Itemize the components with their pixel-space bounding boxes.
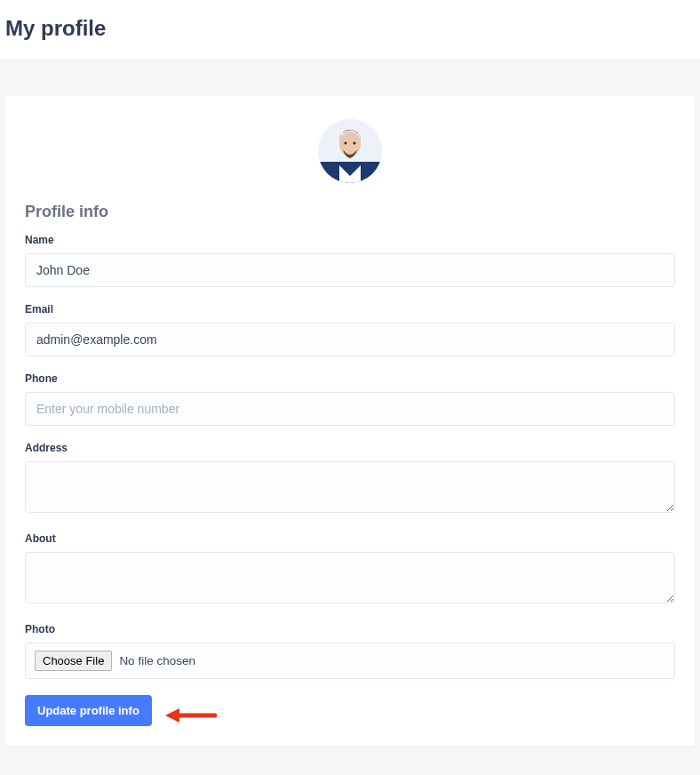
svg-point-4 [344,141,346,144]
field-name: Name [25,234,675,287]
page-title: My profile [5,16,695,41]
svg-point-5 [353,141,355,144]
header-spacer [0,59,700,96]
update-profile-button[interactable]: Update profile info [25,695,152,726]
profile-card: Profile info Name Email Phone Address Ab… [5,96,695,746]
input-email[interactable] [25,323,675,356]
field-phone: Phone [25,372,675,426]
field-photo: Photo Choose File No file chosen [25,623,675,679]
input-address[interactable] [25,461,675,513]
field-about: About [25,532,675,607]
label-email: Email [25,303,675,316]
label-about: About [25,532,675,545]
input-about[interactable] [25,552,675,603]
label-address: Address [25,442,675,454]
label-photo: Photo [25,623,675,635]
section-title: Profile info [25,203,675,221]
file-status-text: No file chosen [119,654,195,667]
avatar [318,119,382,183]
label-name: Name [25,234,675,246]
svg-point-3 [339,132,361,156]
field-email: Email [25,303,675,356]
label-phone: Phone [25,372,675,385]
avatar-image [318,119,382,183]
input-name[interactable] [25,253,675,287]
page-header: My profile [0,0,700,59]
field-address: Address [25,442,675,516]
input-phone[interactable] [25,392,675,426]
svg-marker-7 [165,708,179,723]
file-input-row[interactable]: Choose File No file chosen [25,643,675,679]
arrow-annotation-icon [163,705,217,726]
avatar-container [25,119,675,187]
choose-file-button[interactable]: Choose File [35,651,112,671]
